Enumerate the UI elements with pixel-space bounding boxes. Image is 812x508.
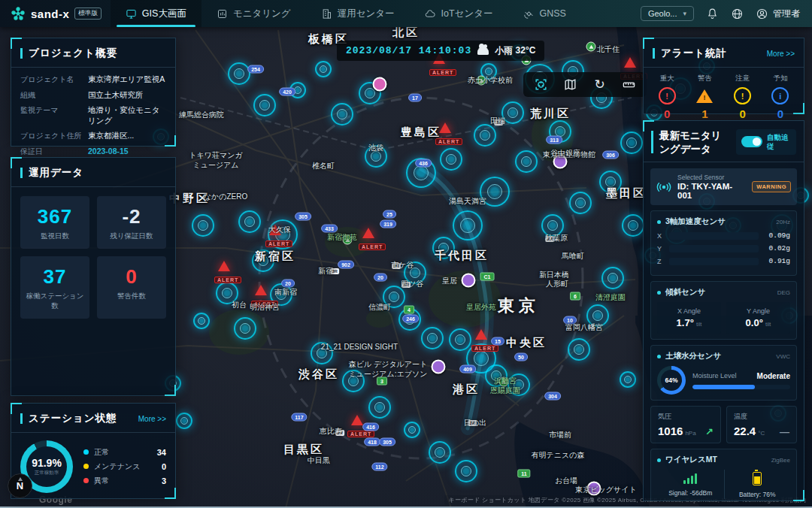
alert-tag: ALERT [471,345,498,352]
env-value: 1016 [658,425,683,437]
alert-stat-warning[interactable]: 警告 ! 1 [686,74,723,120]
alerts-more-link[interactable]: More >> [767,50,795,58]
sensor-marker[interactable] [453,210,483,240]
road-shield: 50 [514,353,528,361]
map-label: 田端 [490,116,505,126]
bell-icon[interactable] [706,8,719,20]
sensor-marker[interactable] [253,94,276,116]
tab-gis[interactable]: GIS大画面 [111,0,201,27]
measure-ruler-button[interactable] [622,77,636,92]
axis-label: Y [657,245,664,252]
env-label: 温度 [734,412,789,422]
sensor-marker[interactable] [620,132,643,154]
sensor-marker[interactable] [368,396,391,419]
stat-card-warnings[interactable]: 0 警告件数 [97,256,166,319]
auto-follow-toggle[interactable]: 自動追従 [736,129,796,155]
tab-ops-center[interactable]: 運用センター [306,0,410,27]
sensor-marker[interactable] [455,460,477,482]
sensor-marker[interactable] [404,422,420,438]
road-shield: C1 [480,273,495,281]
sensor-marker[interactable] [568,338,590,361]
poi-marker[interactable] [462,274,476,288]
axis-label: Z [657,258,664,265]
alert-count: 1 [686,107,723,120]
satellite-icon [523,8,535,20]
signal-cell: Signal: -56dBm [657,470,724,499]
legend-dot [83,449,89,455]
poi-marker[interactable] [373,77,387,92]
sensor-marker[interactable] [440,148,462,171]
road-shield: 11 [517,470,530,478]
broadcast-icon [656,181,671,193]
sensor-sublabel: Selected Sensor [677,174,746,181]
globe-icon[interactable] [731,8,744,20]
user-menu[interactable]: 管理者 [756,8,800,20]
selected-sensor-card[interactable]: Selected Sensor ID: TKY-YAM-001 WARNING [650,168,797,205]
sensor-marker[interactable] [192,214,214,237]
toggle-switch-on[interactable] [741,136,762,147]
map-label: なかのZERO [204,192,247,202]
alert-count: 0 [724,107,762,120]
sensor-marker[interactable] [238,210,261,233]
sensor-marker[interactable] [176,413,192,429]
map-label: 中目黒 [308,456,330,466]
alert-stat-caution[interactable]: 注意 ! 0 [724,74,762,120]
project-select[interactable]: Geolo... ▾ [641,6,694,21]
cloud-icon [425,8,436,20]
section-title: 3軸加速度センサ [665,216,726,227]
project-select-value: Geolo... [648,9,677,18]
station-more-link[interactable]: More >> [138,415,166,423]
stat-card-warranty-days[interactable]: -2 残り保証日数 [97,196,166,249]
accel-axis-row: X 0.09g [657,231,790,240]
alert-marker[interactable]: ALERT [214,261,234,283]
map-label: 馬喰町 [562,252,584,262]
sensor-marker[interactable] [429,441,451,464]
poi-marker[interactable] [432,360,446,374]
sensor-marker[interactable] [620,371,636,388]
map-label: 豊島区 [401,125,441,140]
alert-stat-forecast[interactable]: 予知 i 0 [762,74,799,120]
section-unit: 20Hz [776,219,790,225]
compass-north-button[interactable]: N [8,473,32,498]
focus-3d-tool-button[interactable] [534,77,548,92]
sensor-marker[interactable] [601,267,624,289]
sensor-marker[interactable] [449,328,471,351]
map-label: 墨田区 [606,186,647,201]
moisture-bar-fill [692,385,755,389]
map-label: 谷中銀座 [550,149,580,159]
sensor-marker[interactable] [234,317,256,340]
map-label: お台場 [555,476,577,486]
pressure-card: 気圧 1016 hPa ↗ [650,406,721,443]
sensor-marker[interactable] [228,62,250,85]
sensor-marker[interactable] [474,124,496,147]
stat-card-monitor-days[interactable]: 367 監視日数 [20,196,89,249]
sensor-marker[interactable] [622,214,644,237]
alert-marker[interactable]: ALERT [359,228,378,250]
map-label: 人形町 [546,280,568,289]
tab-monitoring[interactable]: モニタリング [201,0,306,27]
map-label: 赤土小学校前 [468,76,513,86]
user-avatar-icon [756,8,768,20]
legend-count: 34 [157,448,166,457]
sensor-marker[interactable] [515,150,538,173]
gis-dashboard: ALERTALERTALERTALERTALERTALERTALERTALERT… [0,0,812,508]
tab-iot-center[interactable]: IoTセンター [410,0,508,27]
tab-label: GIS大画面 [142,8,186,20]
alert-stat-critical[interactable]: 重大 ! 0 [648,74,686,120]
sensor-id: ID: TKY-YAM-001 [677,182,746,200]
sensor-marker[interactable] [331,103,353,125]
alert-marker[interactable]: ALERT [471,329,491,352]
legend-row-normal: 正常 34 [83,448,166,457]
map-label: 明治神宮 [250,303,280,313]
map-layers-button[interactable] [563,77,577,92]
sensor-marker[interactable] [193,313,210,329]
tab-gnss[interactable]: GNSS [508,0,581,27]
sensor-marker[interactable] [315,61,332,77]
section-dot [657,220,661,224]
sensor-marker[interactable] [569,192,592,214]
temperature-card: 温度 22.4 °C — [726,406,797,443]
alert-triangle-icon [475,329,487,340]
sensor-marker[interactable] [421,327,444,349]
rotate-map-button[interactable]: ↻ [592,77,607,92]
stat-card-active-stations[interactable]: 37 稼働ステーション数 [20,256,89,319]
